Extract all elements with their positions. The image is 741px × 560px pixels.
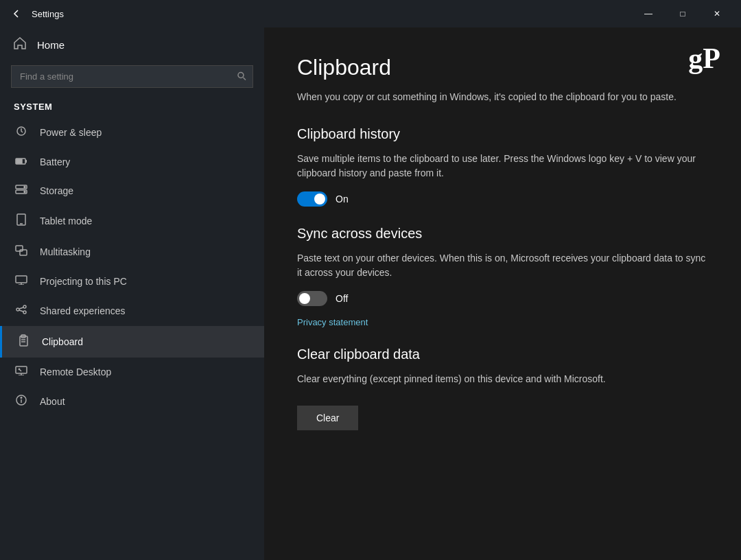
shared-experiences-icon — [14, 304, 29, 318]
svg-point-17 — [16, 308, 19, 311]
close-button[interactable]: ✕ — [701, 0, 733, 27]
sidebar-label-remote-desktop: Remote Desktop — [40, 366, 111, 377]
privacy-statement-link[interactable]: Privacy statement — [297, 317, 368, 327]
back-button[interactable] — [8, 5, 25, 22]
content-area: gP Clipboard When you copy or cut someth… — [264, 27, 741, 560]
section-desc-sync: Paste text on your other devices. When t… — [297, 251, 708, 280]
svg-point-9 — [24, 191, 25, 193]
sidebar-section-label: System — [0, 96, 264, 117]
toggle-knob-history — [314, 194, 325, 205]
app-title: Settings — [32, 9, 64, 19]
sidebar-item-about[interactable]: About — [0, 386, 264, 417]
toggle-knob-sync — [299, 293, 310, 304]
window-controls: — □ ✕ — [633, 0, 733, 27]
sidebar-label-about: About — [40, 396, 65, 407]
clipboard-history-toggle-label: On — [336, 194, 349, 205]
sidebar-item-home[interactable]: Home — [0, 27, 264, 62]
svg-point-19 — [23, 311, 26, 314]
watermark: gP — [688, 44, 720, 73]
multitasking-icon — [14, 245, 29, 259]
svg-point-33 — [21, 397, 22, 399]
sidebar-label-power-sleep: Power & sleep — [40, 127, 102, 138]
home-label: Home — [37, 39, 64, 51]
minimize-button[interactable]: — — [633, 0, 664, 27]
svg-point-0 — [238, 72, 244, 78]
sidebar-label-battery: Battery — [40, 156, 70, 167]
svg-point-8 — [24, 187, 25, 188]
sidebar: Home System Power & sleep — [0, 27, 264, 560]
sidebar-item-storage[interactable]: Storage — [0, 176, 264, 205]
sync-toggle[interactable] — [297, 291, 327, 306]
sync-toggle-label: Off — [336, 293, 348, 304]
sidebar-item-remote-desktop[interactable]: Remote Desktop — [0, 358, 264, 386]
svg-line-1 — [244, 78, 246, 80]
section-desc-clipboard-history: Save multiple items to the clipboard to … — [297, 152, 708, 180]
section-desc-clear: Clear everything (except pinned items) o… — [297, 372, 708, 386]
section-title-clipboard-history: Clipboard history — [297, 126, 708, 142]
clear-button[interactable]: Clear — [297, 406, 358, 430]
app-body: Home System Power & sleep — [0, 27, 741, 560]
sidebar-label-shared-experiences: Shared experiences — [40, 305, 126, 316]
sidebar-item-multitasking[interactable]: Multitasking — [0, 237, 264, 267]
svg-rect-5 — [16, 159, 22, 163]
sidebar-label-projecting: Projecting to this PC — [40, 276, 127, 287]
sidebar-item-tablet-mode[interactable]: Tablet mode — [0, 205, 264, 237]
title-bar: Settings — □ ✕ — [0, 0, 741, 27]
sidebar-item-battery[interactable]: Battery — [0, 148, 264, 176]
remote-desktop-icon — [14, 366, 29, 378]
sidebar-item-clipboard[interactable]: Clipboard — [0, 326, 264, 358]
svg-rect-14 — [16, 276, 27, 283]
clipboard-history-toggle-row: On — [297, 191, 708, 207]
svg-rect-26 — [16, 366, 27, 373]
svg-rect-13 — [20, 250, 27, 255]
tablet-icon — [14, 213, 29, 229]
sidebar-label-multitasking: Multitasking — [40, 246, 91, 257]
svg-point-18 — [23, 305, 26, 308]
section-title-sync: Sync across devices — [297, 226, 708, 242]
svg-rect-12 — [16, 246, 23, 251]
projecting-icon — [14, 275, 29, 288]
svg-line-21 — [19, 310, 23, 312]
home-icon — [14, 37, 26, 53]
sidebar-item-power-sleep[interactable]: Power & sleep — [0, 117, 264, 148]
storage-icon — [14, 185, 29, 197]
sidebar-label-storage: Storage — [40, 185, 73, 196]
sidebar-item-projecting[interactable]: Projecting to this PC — [0, 267, 264, 296]
svg-line-20 — [19, 307, 23, 309]
page-title: Clipboard — [297, 55, 708, 80]
clipboard-history-toggle[interactable] — [297, 191, 327, 207]
sync-toggle-row: Off — [297, 291, 708, 306]
page-description: When you copy or cut something in Window… — [297, 90, 708, 104]
battery-icon — [14, 156, 29, 168]
section-title-clear: Clear clipboard data — [297, 347, 708, 362]
about-icon — [14, 395, 29, 408]
search-input[interactable] — [11, 65, 253, 88]
search-icon — [237, 71, 246, 82]
search-box — [11, 65, 253, 88]
power-sleep-icon — [14, 126, 29, 139]
clipboard-icon — [16, 334, 31, 349]
sidebar-label-clipboard: Clipboard — [42, 336, 83, 347]
sidebar-label-tablet-mode: Tablet mode — [40, 215, 92, 226]
sidebar-item-shared-experiences[interactable]: Shared experiences — [0, 296, 264, 326]
maximize-button[interactable]: □ — [667, 0, 698, 27]
